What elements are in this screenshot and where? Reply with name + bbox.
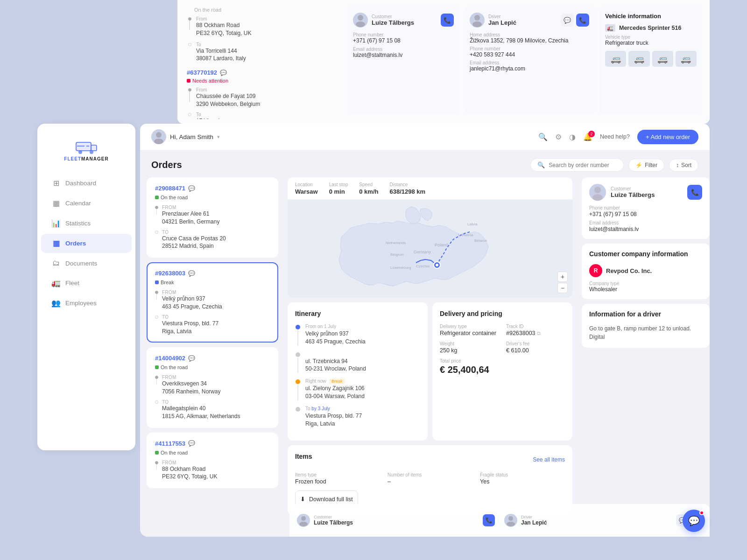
zoom-in-button[interactable]: + <box>557 272 568 282</box>
svg-point-4 <box>78 150 82 154</box>
route-line: From Overkiksvegen 347056 Ranheim, Norwa… <box>155 375 270 420</box>
order-card-41117553[interactable]: #41117553 💬 On the road From <box>147 433 278 489</box>
itin-stop-4: To by 3 July Viestura Prosp, bld. 77Riga… <box>295 406 420 428</box>
svg-point-25 <box>472 21 482 27</box>
orders-title: Orders <box>151 160 182 170</box>
vehicle-title: Vehicle information <box>605 13 697 20</box>
overlay-customer-role: Customer <box>372 14 414 19</box>
order-status: Break <box>155 280 270 285</box>
bottom-customer-name: Luize Tālbergs <box>314 519 353 526</box>
notifications-icon[interactable]: 🔔 2 <box>583 133 592 141</box>
break-badge: Break <box>329 378 345 384</box>
topbar: Hi, Adam Smith ▾ 🔍 ⚙ ◑ 🔔 2 Need help? + … <box>140 124 710 150</box>
svg-rect-0 <box>76 142 91 151</box>
location-info: Location Warsaw <box>295 182 318 196</box>
customer-info: Customer Luize Tālbergs <box>589 184 655 201</box>
overlay-driver-chat-button[interactable]: 💬 <box>561 14 574 27</box>
items-grid: Items type Frozen food Number of items –… <box>295 472 565 485</box>
add-order-button[interactable]: + Add new order <box>637 130 698 144</box>
calendar-icon: ▦ <box>51 199 61 208</box>
order-card-92638003[interactable]: #92638003 💬 Break From V <box>147 262 278 343</box>
sidebar-item-statistics[interactable]: 📊 Statistics <box>41 214 132 233</box>
itin-dot <box>296 325 300 329</box>
order-id: #14004902 <box>155 355 185 362</box>
search-icon-sm: 🔍 <box>537 161 545 168</box>
sort-button[interactable]: ↕ Sort <box>669 159 698 172</box>
overlay-order-status: Needs attention <box>192 78 228 84</box>
company-badge: R <box>589 264 602 277</box>
bottom-call-button[interactable]: 📞 <box>483 514 495 526</box>
svg-text:Czechia: Czechia <box>416 264 430 268</box>
search-box[interactable]: 🔍 <box>530 158 624 172</box>
sidebar-item-documents[interactable]: 🗂 Documents <box>41 254 132 273</box>
svg-point-5 <box>90 150 93 154</box>
map-card: Location Warsaw Last stop 0 min Speed 0 … <box>288 177 572 298</box>
order-card-14004902[interactable]: #14004902 💬 On the road From <box>147 347 278 427</box>
svg-point-7 <box>154 139 163 144</box>
orders-header: Orders 🔍 ⚡ Filter ↕ Sort <box>140 150 710 177</box>
overlay-driver-name: Jan Lepić <box>488 19 516 26</box>
theme-icon[interactable]: ◑ <box>569 133 576 141</box>
search-icon[interactable]: 🔍 <box>538 133 548 141</box>
map-zoom: + − <box>557 272 568 293</box>
sidebar-item-dashboard[interactable]: ⊞ Dashboard <box>41 174 132 193</box>
topbar-actions: 🔍 ⚙ ◑ 🔔 2 Need help? + Add new order <box>538 130 698 144</box>
filter-button[interactable]: ⚡ Filter <box>628 159 664 172</box>
dashboard-icon: ⊞ <box>51 179 61 188</box>
customer-call-button[interactable]: 📞 <box>687 185 702 200</box>
statistics-icon: 📊 <box>51 219 61 228</box>
sidebar-item-fleet[interactable]: 🚛 Fleet <box>41 273 132 293</box>
order-id: #41117553 <box>155 440 185 447</box>
fleet-icon: 🚛 <box>51 279 61 287</box>
copy-track-id-icon[interactable]: ⧉ <box>537 330 541 336</box>
overlay-chat-icon: 💬 <box>220 70 227 76</box>
customer-card-top: Customer Luize Tālbergs 📞 <box>589 184 702 201</box>
distance-info: Distance 638/1298 km <box>389 182 425 196</box>
order-card-29088471[interactable]: #29088471 💬 On the road From <box>147 177 278 258</box>
status-dot <box>155 451 159 455</box>
overlay-driver-call-button[interactable]: 📞 <box>576 14 589 27</box>
sidebar-item-orders[interactable]: ▦ Orders <box>41 234 132 253</box>
driver-notes-card: Information for a driver Go to gate B, r… <box>582 304 710 348</box>
search-input[interactable] <box>549 162 617 168</box>
employees-icon: 👥 <box>51 299 61 308</box>
orders-icon: ▦ <box>51 239 61 248</box>
delivery-title: Delivery and pricing <box>440 310 565 317</box>
map-container[interactable]: Netherlands Belgium Luxembourg Germany C… <box>288 200 572 298</box>
sidebar-item-employees[interactable]: 👥 Employees <box>41 294 132 313</box>
route-line: From Velký průhon 937463 45 Prague, Czec… <box>155 290 270 335</box>
user-name: Hi, Adam Smith <box>170 133 213 140</box>
order-chat-icon[interactable]: 💬 <box>188 355 195 362</box>
order-chat-icon[interactable]: 💬 <box>188 270 195 277</box>
vehicle-model: Mercedes Sprinter 516 <box>619 25 681 31</box>
itin-stop-3: Right now Break ul. Zielony Zagajnik 106… <box>295 378 420 400</box>
itin-dot <box>296 352 300 357</box>
order-chat-icon[interactable]: 💬 <box>188 185 195 192</box>
overlay-driver-role: Driver <box>488 14 516 19</box>
status-dot <box>155 365 159 369</box>
settings-icon[interactable]: ⚙ <box>555 133 562 141</box>
itin-stop-2: ul. Trzebnicka 9450-231 Wroclaw, Poland <box>295 351 420 373</box>
orders-controls: 🔍 ⚡ Filter ↕ Sort <box>530 158 698 172</box>
svg-point-22 <box>358 15 363 21</box>
chat-bubble[interactable]: 💬 <box>683 510 705 532</box>
company-header: R Revpod Co. Inc. <box>589 264 702 277</box>
sidebar-item-calendar[interactable]: ▦ Calendar <box>41 194 132 213</box>
svg-text:Lithuania: Lithuania <box>458 233 473 237</box>
status-dot <box>155 196 159 199</box>
order-status: On the road <box>155 195 270 200</box>
user-menu[interactable]: Hi, Adam Smith ▾ <box>151 129 220 144</box>
svg-text:Luxembourg: Luxembourg <box>390 266 411 270</box>
itin-dot <box>296 407 300 412</box>
items-title: Items <box>295 453 312 460</box>
bottom-driver-name: Jan Lepić <box>521 519 547 526</box>
order-chat-icon[interactable]: 💬 <box>188 440 195 447</box>
svg-point-26 <box>301 516 306 521</box>
info-cards-row: Itinerary From on 1 July Velký průhon 93… <box>288 302 572 441</box>
need-help-link[interactable]: Need help? <box>600 133 630 140</box>
overlay-driver-address: Žižkova 1352, 798 09 Milovice, Czechia <box>470 37 589 44</box>
itinerary-card: Itinerary From on 1 July Velký průhon 93… <box>288 302 428 441</box>
see-all-items-link[interactable]: See all items <box>533 456 565 463</box>
zoom-out-button[interactable]: − <box>557 283 568 293</box>
overlay-call-button[interactable]: 📞 <box>441 14 454 27</box>
